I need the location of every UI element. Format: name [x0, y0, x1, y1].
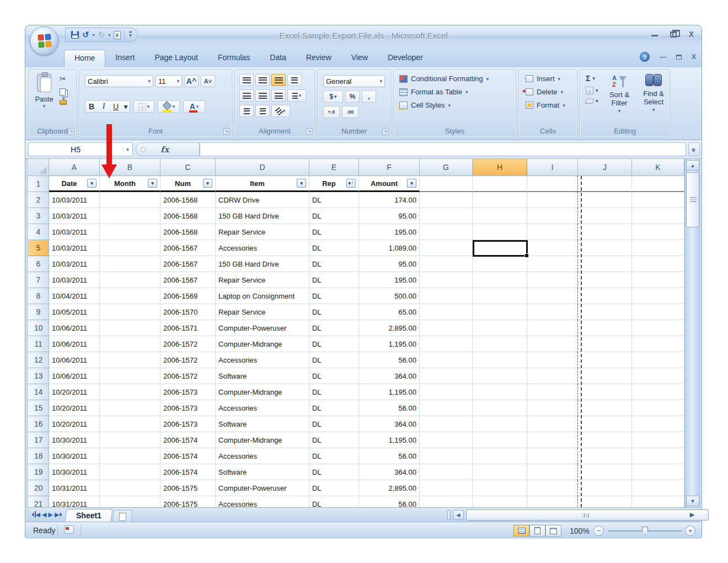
cell-G11[interactable] [420, 336, 473, 352]
cell-K8[interactable] [632, 288, 684, 304]
cell-G8[interactable] [420, 288, 473, 304]
cell-G6[interactable] [420, 256, 473, 272]
cell-B2[interactable] [100, 192, 160, 208]
sheet-tab-sheet1[interactable]: Sheet1 [65, 509, 113, 522]
column-header-j[interactable]: J [578, 159, 632, 176]
fill-button[interactable]: ↓▾ [586, 87, 598, 94]
tab-insert[interactable]: Insert [105, 50, 144, 67]
cell-J1[interactable] [578, 176, 632, 192]
cell-C2[interactable]: 2006-1568 [160, 192, 216, 208]
cell-J3[interactable] [578, 208, 632, 224]
cell-A7[interactable]: 10/03/2011 [49, 272, 100, 288]
row-header-18[interactable]: 18 [28, 448, 49, 464]
cell-I20[interactable] [527, 480, 578, 496]
paste-dropdown-icon[interactable]: ▾ [43, 103, 46, 109]
zoom-slider-handle[interactable] [642, 527, 648, 535]
find-select-button[interactable]: Find & Select▾ [636, 74, 671, 114]
cell-I18[interactable] [527, 448, 578, 464]
scroll-right-icon[interactable]: ▶ [687, 510, 698, 520]
scroll-down-icon[interactable]: ▼ [686, 496, 699, 506]
column-header-e[interactable]: E [309, 159, 359, 176]
cell-J12[interactable] [578, 352, 632, 368]
cell-H21[interactable] [473, 496, 527, 507]
cell-E7[interactable]: DL [309, 272, 359, 288]
row-header-15[interactable]: 15 [28, 400, 49, 416]
wrap-text-button[interactable] [287, 74, 302, 86]
formula-input[interactable] [200, 142, 686, 156]
underline-dropdown-icon[interactable]: ▾ [122, 101, 130, 112]
cell-E5[interactable]: DL [309, 240, 359, 256]
cell-G4[interactable] [420, 224, 473, 240]
cell-D5[interactable]: Accessories [216, 240, 309, 256]
paste-button[interactable]: Paste ▾ [33, 74, 55, 121]
cell-G21[interactable] [420, 496, 473, 507]
cell-I6[interactable] [527, 256, 578, 272]
insert-cells-button[interactable]: Insert▾ [526, 75, 565, 83]
cell-A5[interactable]: 10/03/2011 [49, 240, 100, 256]
decrease-indent-button[interactable] [239, 105, 254, 117]
cell-K7[interactable] [632, 272, 684, 288]
cell-E16[interactable]: DL [309, 416, 359, 432]
cell-F8[interactable]: 500.00 [359, 288, 420, 304]
cell-C19[interactable]: 2006-1574 [160, 464, 216, 480]
cell-K21[interactable] [632, 496, 684, 507]
autosum-button[interactable]: Σ▾ [586, 74, 598, 83]
tab-developer[interactable]: Developer [378, 50, 433, 67]
scroll-up-icon[interactable]: ▲ [686, 160, 699, 171]
cell-G10[interactable] [420, 320, 473, 336]
cell-E20[interactable]: DL [309, 480, 359, 496]
page-layout-view-button[interactable] [529, 525, 545, 537]
align-right-button[interactable] [271, 89, 286, 102]
normal-view-button[interactable] [513, 525, 529, 537]
cell-J9[interactable] [578, 304, 632, 320]
cell-J4[interactable] [578, 224, 632, 240]
cell-C18[interactable]: 2006-1574 [160, 448, 216, 464]
cell-A17[interactable]: 10/30/2011 [49, 432, 100, 448]
cell-E17[interactable]: DL [309, 432, 359, 448]
cell-J8[interactable] [578, 288, 632, 304]
cell-B12[interactable] [100, 352, 160, 368]
cell-G9[interactable] [420, 304, 473, 320]
font-color-button[interactable]: A ▾ [183, 100, 205, 113]
cell-B5[interactable] [100, 240, 160, 256]
orientation-button[interactable]: ▾ [271, 105, 290, 117]
cell-F10[interactable]: 2,895.00 [359, 320, 420, 336]
cell-E1[interactable]: Rep▾↑ [309, 176, 359, 192]
fill-color-button[interactable]: ▾ [158, 100, 180, 113]
insert-worksheet-tab[interactable] [112, 510, 132, 522]
column-header-b[interactable]: B [100, 159, 160, 176]
cell-F14[interactable]: 1,195.00 [359, 384, 420, 400]
zoom-level[interactable]: 100% [570, 527, 590, 535]
filter-dropdown-icon[interactable]: ▾ [87, 179, 97, 188]
cell-E15[interactable]: DL [309, 400, 359, 416]
cell-F9[interactable]: 65.00 [359, 304, 420, 320]
cell-K14[interactable] [632, 384, 684, 400]
cell-F2[interactable]: 174.00 [359, 192, 420, 208]
cell-G17[interactable] [420, 432, 473, 448]
cell-D1[interactable]: Item▾ [216, 176, 309, 192]
conditional-formatting-button[interactable]: Conditional Formatting▾ [399, 75, 489, 83]
cell-I3[interactable] [527, 208, 578, 224]
cell-C4[interactable]: 2006-1568 [160, 224, 216, 240]
cell-J10[interactable] [578, 320, 632, 336]
cell-D4[interactable]: Repair Service [216, 224, 309, 240]
align-top-button[interactable] [239, 74, 254, 86]
row-header-7[interactable]: 7 [28, 272, 49, 288]
cell-E14[interactable]: DL [309, 384, 359, 400]
cell-F12[interactable]: 56.00 [359, 352, 420, 368]
cell-C9[interactable]: 2006-1570 [160, 304, 216, 320]
cell-C1[interactable]: Num▾ [160, 176, 216, 192]
grow-font-button[interactable]: A^ [184, 75, 199, 87]
cell-H8[interactable] [473, 288, 527, 304]
cell-C3[interactable]: 2006-1568 [160, 208, 216, 224]
column-header-a[interactable]: A [49, 159, 100, 176]
cell-K17[interactable] [632, 432, 684, 448]
cell-I16[interactable] [527, 416, 578, 432]
cell-K10[interactable] [632, 320, 684, 336]
cell-D14[interactable]: Computer-Midrange [216, 384, 309, 400]
cell-B20[interactable] [100, 480, 160, 496]
cell-J14[interactable] [578, 384, 632, 400]
vertical-scrollbar-thumb[interactable] [686, 172, 699, 227]
cell-I15[interactable] [527, 400, 578, 416]
cell-E6[interactable]: DL [309, 256, 359, 272]
